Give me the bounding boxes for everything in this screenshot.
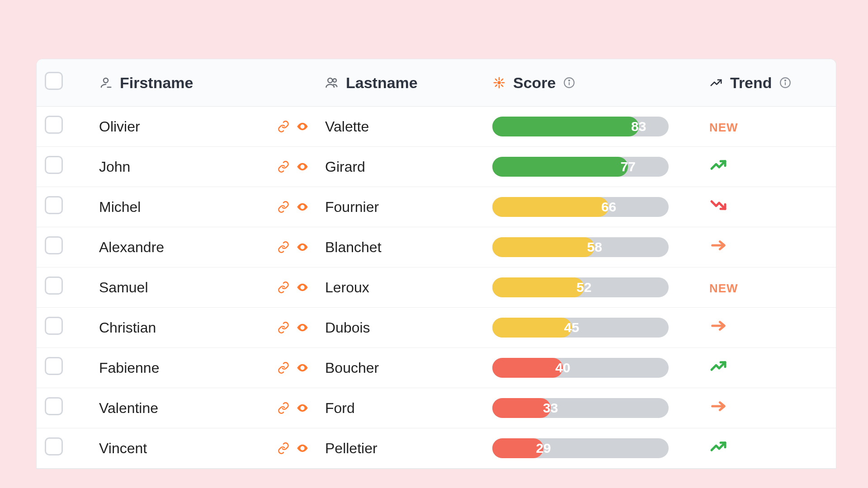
- row-checkbox[interactable]: [45, 357, 63, 375]
- people-icon: [325, 76, 339, 89]
- svg-point-24: [302, 286, 304, 289]
- link-icon[interactable]: [277, 201, 290, 213]
- eye-icon[interactable]: [296, 241, 309, 253]
- info-icon[interactable]: [563, 77, 575, 89]
- link-icon[interactable]: [277, 241, 290, 253]
- firstname-value: Samuel: [99, 279, 277, 296]
- link-icon[interactable]: [277, 361, 290, 374]
- info-icon[interactable]: [779, 77, 791, 89]
- firstname-value: John: [99, 159, 277, 175]
- eye-icon[interactable]: [296, 361, 309, 374]
- trend-new-badge: NEW: [709, 121, 738, 134]
- score-value: 58: [587, 239, 602, 255]
- col-trend[interactable]: Trend: [701, 59, 836, 107]
- table-row[interactable]: AlexandreBlanchet58: [37, 227, 836, 267]
- table-row[interactable]: VincentPelletier29: [37, 428, 836, 469]
- lastname-value: Fournier: [325, 199, 379, 215]
- lastname-value: Girard: [325, 159, 365, 175]
- score-bar: 52: [492, 277, 669, 297]
- firstname-value: Christian: [99, 319, 277, 336]
- table-row[interactable]: FabienneBoucher40: [37, 348, 836, 388]
- svg-point-18: [784, 80, 785, 81]
- score-bar: 83: [492, 117, 669, 136]
- score-value: 33: [543, 400, 558, 416]
- svg-line-11: [495, 85, 497, 86]
- trend-flat-icon: [709, 317, 727, 335]
- lastname-value: Dubois: [325, 319, 370, 336]
- eye-icon[interactable]: [296, 442, 309, 455]
- trend-flat-icon: [709, 236, 727, 254]
- score-bar: 40: [492, 358, 669, 378]
- col-trend-label: Trend: [730, 74, 772, 92]
- score-value: 66: [601, 199, 616, 215]
- firstname-value: Valentine: [99, 400, 277, 417]
- score-value: 29: [536, 441, 551, 456]
- table-row[interactable]: ChristianDubois45: [37, 308, 836, 348]
- select-all-checkbox[interactable]: [45, 72, 63, 90]
- lastname-value: Boucher: [325, 360, 379, 376]
- score-bar: 77: [492, 157, 669, 177]
- eye-icon[interactable]: [296, 201, 309, 213]
- svg-point-27: [302, 367, 304, 369]
- col-lastname-label: Lastname: [346, 74, 418, 92]
- trend-up-icon: [709, 437, 727, 455]
- row-checkbox[interactable]: [45, 236, 63, 254]
- svg-point-20: [302, 166, 304, 168]
- lastname-value: Pelletier: [325, 440, 377, 456]
- trend-up-icon: [709, 156, 727, 174]
- trend-new-badge: NEW: [709, 282, 738, 295]
- data-table: Firstname Lastname: [37, 59, 836, 469]
- row-checkbox[interactable]: [45, 397, 63, 415]
- lastname-value: Ford: [325, 400, 355, 416]
- lastname-value: Blanchet: [325, 239, 382, 255]
- eye-icon[interactable]: [296, 321, 309, 334]
- row-checkbox[interactable]: [45, 196, 63, 214]
- row-checkbox[interactable]: [45, 437, 63, 455]
- link-icon[interactable]: [277, 160, 290, 173]
- link-icon[interactable]: [277, 120, 290, 133]
- firstname-value: Fabienne: [99, 360, 277, 376]
- col-select: [37, 59, 91, 107]
- row-checkbox[interactable]: [45, 277, 63, 295]
- table-row[interactable]: ValentineFord33: [37, 388, 836, 428]
- eye-icon[interactable]: [296, 402, 309, 414]
- svg-line-12: [501, 79, 503, 80]
- svg-point-21: [302, 206, 304, 208]
- link-icon[interactable]: [277, 402, 290, 414]
- col-score-label: Score: [513, 74, 556, 92]
- score-value: 40: [555, 360, 570, 375]
- svg-point-2: [328, 78, 332, 83]
- col-lastname[interactable]: Lastname: [317, 59, 484, 107]
- svg-point-25: [302, 327, 304, 329]
- table-row[interactable]: OlivierValette83NEW: [37, 107, 836, 147]
- row-checkbox[interactable]: [45, 156, 63, 174]
- eye-icon[interactable]: [296, 160, 309, 173]
- svg-point-3: [333, 79, 337, 82]
- svg-line-10: [501, 85, 503, 86]
- score-bar: 58: [492, 237, 669, 257]
- score-value: 45: [564, 320, 579, 335]
- link-icon[interactable]: [277, 442, 290, 455]
- trend-up-icon: [709, 357, 727, 375]
- link-icon[interactable]: [277, 281, 290, 294]
- col-score[interactable]: Score: [484, 59, 701, 107]
- svg-point-0: [104, 78, 108, 83]
- trend-down-icon: [709, 196, 727, 214]
- col-firstname[interactable]: Firstname: [91, 59, 317, 107]
- table-row[interactable]: SamuelLeroux52NEW: [37, 267, 836, 308]
- lastname-value: Valette: [325, 118, 369, 135]
- row-checkbox[interactable]: [45, 116, 63, 134]
- table-row[interactable]: JohnGirard77: [37, 147, 836, 187]
- row-checkbox[interactable]: [45, 317, 63, 335]
- svg-point-4: [498, 82, 500, 84]
- eye-icon[interactable]: [296, 120, 309, 133]
- link-icon[interactable]: [277, 321, 290, 334]
- score-value: 77: [621, 159, 636, 174]
- score-bar: 29: [492, 438, 669, 458]
- eye-icon[interactable]: [296, 281, 309, 294]
- table-header-row: Firstname Lastname: [37, 59, 836, 107]
- firstname-value: Olivier: [99, 118, 277, 135]
- firstname-value: Michel: [99, 199, 277, 216]
- table-row[interactable]: MichelFournier66: [37, 187, 836, 227]
- score-bar: 66: [492, 197, 669, 217]
